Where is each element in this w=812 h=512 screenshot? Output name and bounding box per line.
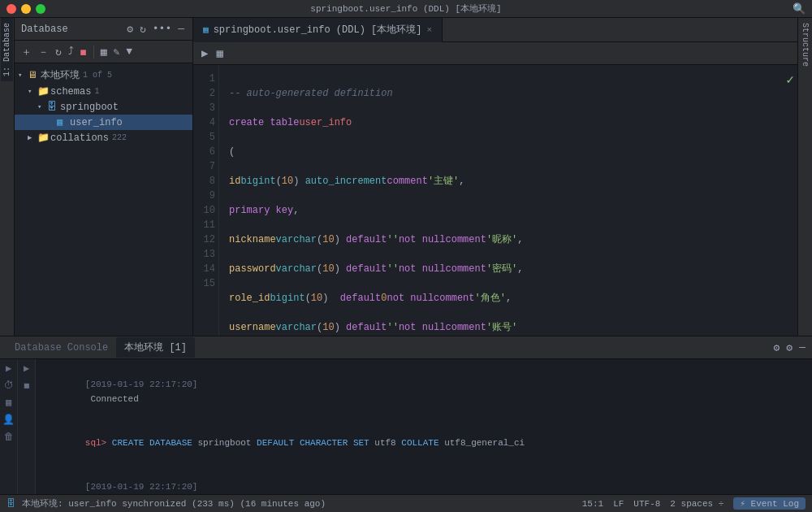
console-delete-icon[interactable]: 🗑: [4, 431, 14, 443]
code-line-4: id bigint(10) auto_increment comment '主键…: [229, 174, 788, 189]
arrow-collations: ▶: [28, 133, 37, 142]
tree-item-springboot[interactable]: ▾ 🗄 springboot: [15, 99, 192, 115]
table-view-icon[interactable]: ▦: [214, 46, 224, 61]
console-output: [2019-01-19 22:17:20] Connected sql> CRE…: [36, 359, 812, 494]
settings-icon[interactable]: ⚙: [125, 22, 135, 37]
tree-item-user-info[interactable]: ▦ user_info: [15, 115, 192, 130]
statusbar-encoding: UTF-8: [633, 499, 660, 509]
db-panel-actions: ⚙ ↻ ••• —: [125, 22, 186, 37]
env-label: 本地环境: [41, 68, 80, 82]
db-tree: ▾ 🖥 本地环境 1 of 5 ▾ 📁 schemas 1 ▾ 🗄 spring…: [15, 63, 192, 336]
tab-db-icon: ▦: [203, 24, 209, 35]
code-line-6: nickname varchar(10) default '' not null…: [229, 232, 788, 247]
event-log-button[interactable]: ⚡ Event Log: [733, 497, 806, 510]
bottom-section: Database Console 本地环境 [1] ⚙ ⚙ — ▶ ⏱ ▦ 👤 …: [0, 336, 812, 494]
sidebar-item-database[interactable]: 1: Database: [1, 18, 13, 81]
statusbar-right: 15:1 LF UTF-8 2 spaces ÷ ⚡ Event Log: [582, 497, 806, 510]
user-info-label: user_info: [70, 117, 123, 128]
statusbar: 🗄 本地环境: user_info synchronized (233 ms) …: [0, 494, 812, 512]
minimize-button[interactable]: [21, 4, 31, 14]
env-icon: 🖥: [28, 69, 41, 81]
table-tree-icon: ▦: [57, 116, 70, 128]
run-icon[interactable]: ▶: [200, 46, 209, 61]
schemas-icon: 📁: [37, 85, 50, 98]
maximize-button[interactable]: [36, 4, 45, 14]
console-settings-icon[interactable]: ⚙: [772, 341, 782, 355]
console-sql-utf: utf8: [369, 438, 402, 448]
arrow-env: ▾: [18, 71, 28, 80]
console-sql-keyword: CREATE DATABASE: [112, 438, 192, 448]
tab-ddl[interactable]: ▦ springboot.user_info (DDL) [本地环境] ×: [193, 18, 443, 42]
tab-database-console[interactable]: Database Console: [6, 339, 116, 357]
tab-bar: ▦ springboot.user_info (DDL) [本地环境] ×: [193, 18, 797, 42]
statusbar-position: 15:1: [582, 499, 603, 509]
console-type-icons: ▶ ◼: [18, 359, 36, 494]
console-history-icon[interactable]: ⏱: [4, 380, 14, 392]
separator: [93, 46, 94, 59]
sidebar-item-structure[interactable]: Structure: [799, 18, 811, 72]
table-icon[interactable]: ▦: [99, 45, 109, 59]
collations-count: 222: [112, 133, 127, 142]
collations-icon: 📁: [37, 132, 50, 144]
filter-icon[interactable]: ▼: [124, 45, 134, 59]
window-controls: [6, 4, 45, 14]
database-panel: Database ⚙ ↻ ••• — ＋ － ↻ ⤴ ◼ ▦ ✎ ▼ ▾ 🖥 本: [15, 18, 193, 336]
tab-local-env[interactable]: 本地环境 [1]: [116, 337, 195, 358]
add-icon[interactable]: ＋: [19, 44, 33, 60]
check-mark: ✓: [786, 72, 794, 88]
console-ts-1: [2019-01-19 22:17:20]: [85, 380, 198, 389]
close-panel-icon[interactable]: —: [176, 22, 186, 36]
console-config-icon[interactable]: ⚙: [784, 341, 794, 355]
edit-icon[interactable]: ✎: [111, 45, 121, 59]
tree-item-schemas[interactable]: ▾ 📁 schemas 1: [15, 84, 192, 99]
code-line-2: create table user_info: [229, 115, 788, 130]
console-line-3: [2019-01-19 22:17:20] 1 row affected in …: [42, 465, 806, 494]
right-tab-strip: Structure: [797, 18, 812, 336]
code-line-8: role_id bigint(10) default 0 not null co…: [229, 291, 788, 306]
close-button[interactable]: [6, 4, 16, 14]
arrow-springboot: ▾: [37, 102, 47, 111]
console-sql-collate: COLLATE: [401, 438, 438, 448]
db-panel-header: Database ⚙ ↻ ••• —: [15, 18, 192, 41]
code-editor[interactable]: 1 2 3 4 5 6 7 8 9 10 11 12 13 14 15 -- a…: [193, 65, 797, 336]
console-table-icon[interactable]: ▦: [6, 397, 11, 409]
console-close-icon[interactable]: —: [797, 341, 807, 355]
editor-toolbar: ▶ ▦: [193, 42, 797, 65]
console-type2-icon[interactable]: ◼: [24, 380, 29, 392]
statusbar-spaces: 2 spaces ÷: [670, 499, 723, 509]
titlebar: springboot.user_info (DDL) [本地环境] 🔍: [0, 0, 812, 18]
statusbar-lf: LF: [613, 499, 624, 509]
statusbar-label: 本地环境: user_info synchronized (233 ms) (1…: [22, 497, 326, 510]
console-icons: ⚙ ⚙ —: [772, 341, 812, 355]
arrow-schemas: ▾: [28, 87, 37, 96]
tab-close-icon[interactable]: ×: [426, 25, 432, 35]
line-numbers: 1 2 3 4 5 6 7 8 9 10 11 12 13 14 15: [193, 65, 219, 336]
collations-label: collations: [50, 132, 109, 144]
console-type1-icon[interactable]: ▶: [24, 362, 29, 375]
sync-icon[interactable]: ↻: [138, 22, 148, 37]
console-run-icon[interactable]: ▶: [6, 362, 11, 375]
console-sql-db: springboot: [192, 438, 257, 448]
code-line-3: (: [229, 145, 788, 159]
console-sql-kw2: DEFAULT CHARACTER SET: [257, 438, 369, 448]
db-icon: 🗄: [47, 101, 60, 113]
code-content[interactable]: -- auto-generated definition create tabl…: [219, 65, 797, 336]
console-sql-prefix: sql>: [85, 438, 112, 448]
refresh-icon[interactable]: ↻: [54, 45, 63, 59]
console-user-icon[interactable]: 👤: [2, 414, 15, 426]
minus-icon[interactable]: －: [37, 44, 50, 60]
stop-icon[interactable]: ◼: [79, 45, 89, 59]
console-layout: ▶ ⏱ ▦ 👤 🗑 ▶ ◼ [2019-01-19 22:17:20] Conn…: [0, 359, 812, 494]
tree-item-env[interactable]: ▾ 🖥 本地环境 1 of 5: [15, 67, 192, 84]
tab-label: springboot.user_info (DDL) [本地环境]: [214, 23, 422, 37]
console-text-1: Connected: [85, 394, 139, 404]
springboot-label: springboot: [60, 102, 119, 113]
schemas-count: 1: [94, 87, 99, 96]
tree-item-collations[interactable]: ▶ 📁 collations 222: [15, 130, 192, 145]
jump-icon[interactable]: ⤴: [67, 45, 76, 59]
code-line-9: username varchar(10) default '' not null…: [229, 320, 788, 335]
more-icon[interactable]: •••: [151, 22, 173, 36]
left-tab-strip: 1: Database: [0, 18, 15, 336]
console-sql-collate-val: utf8_general_ci: [439, 438, 525, 448]
search-icon[interactable]: 🔍: [793, 2, 806, 15]
